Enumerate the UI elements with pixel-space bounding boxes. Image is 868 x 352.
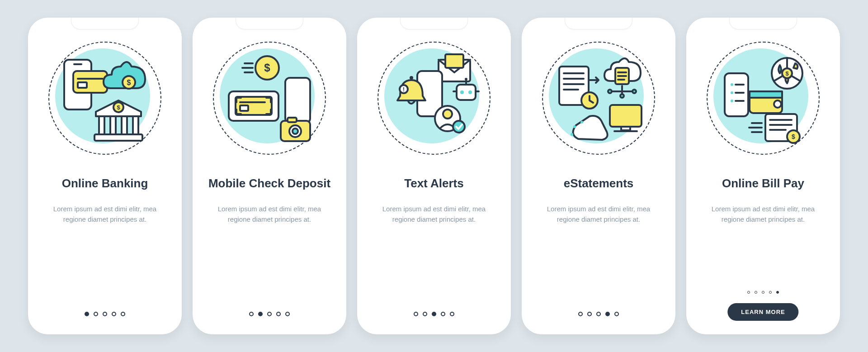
- dot-2[interactable]: [755, 291, 757, 294]
- screen-title: Online Bill Pay: [722, 170, 804, 198]
- svg-point-62: [580, 121, 583, 124]
- screen-body: Lorem ipsum ad est dimi elitr, mea regio…: [375, 204, 493, 224]
- dot-2[interactable]: [423, 312, 427, 316]
- svg-text:$: $: [117, 104, 120, 111]
- bill-pay-icon: $ $: [711, 46, 815, 150]
- svg-rect-19: [285, 78, 310, 123]
- svg-point-73: [731, 91, 733, 94]
- mobile-deposit-icon: $: [217, 46, 321, 150]
- dot-4[interactable]: [276, 312, 281, 316]
- svg-text:$: $: [127, 79, 131, 86]
- svg-point-74: [731, 100, 733, 102]
- svg-point-57: [632, 90, 636, 93]
- svg-text:$: $: [785, 70, 789, 77]
- pagination-dots: [686, 291, 840, 294]
- svg-point-36: [468, 90, 472, 94]
- phone-notch: [729, 18, 797, 29]
- dot-3[interactable]: [267, 312, 272, 316]
- dot-1[interactable]: [747, 291, 750, 294]
- svg-point-27: [292, 128, 298, 134]
- svg-rect-25: [288, 118, 297, 122]
- svg-text:$: $: [264, 62, 270, 74]
- onboarding-screen-2: $ Mobile Check Deposit Lorem ipsum ad: [193, 18, 346, 334]
- dot-5[interactable]: [450, 312, 454, 316]
- dot-1[interactable]: [85, 312, 89, 316]
- dot-4[interactable]: [605, 312, 610, 316]
- svg-rect-4: [78, 82, 87, 88]
- illustration-wrap: $ $: [42, 35, 168, 162]
- svg-point-72: [731, 83, 733, 86]
- svg-point-64: [571, 133, 573, 136]
- learn-more-button[interactable]: LEARN MORE: [727, 303, 798, 321]
- svg-point-35: [460, 90, 464, 94]
- screen-body: Lorem ipsum ad est dimi elitr, mea regio…: [46, 204, 164, 224]
- text-alerts-icon: !: [382, 46, 486, 150]
- illustration-wrap: !: [371, 35, 497, 162]
- svg-point-80: [774, 100, 781, 108]
- svg-point-58: [620, 94, 624, 98]
- phone-notch: [400, 18, 468, 29]
- onboarding-screen-3: ! Text Alerts Lorem ipsum ad est dimi el…: [357, 18, 511, 334]
- svg-point-56: [608, 90, 612, 93]
- svg-rect-9: [122, 116, 127, 134]
- screen-title: Mobile Check Deposit: [208, 170, 330, 198]
- dot-2[interactable]: [258, 312, 263, 316]
- phone-notch: [236, 18, 303, 29]
- svg-text:!: !: [403, 86, 405, 93]
- illustration-wrap: $: [206, 35, 333, 162]
- svg-rect-10: [133, 116, 138, 134]
- dot-2[interactable]: [587, 312, 592, 316]
- svg-point-31: [410, 76, 413, 80]
- online-banking-icon: $ $: [53, 46, 157, 150]
- screen-title: eStatements: [564, 170, 634, 198]
- svg-rect-71: [725, 73, 748, 116]
- svg-rect-60: [621, 127, 630, 130]
- onboarding-screen-5: $ $ Online Bill Pay Lorem ipsum ad est: [686, 18, 840, 334]
- onboarding-screen-1: $ $ Online Banking Lorem ipsum ad est di…: [28, 18, 182, 334]
- dot-5[interactable]: [121, 312, 125, 316]
- svg-rect-34: [457, 85, 476, 100]
- svg-rect-79: [750, 91, 782, 98]
- svg-rect-11: [94, 134, 142, 141]
- estatements-icon: [547, 46, 651, 150]
- dot-1[interactable]: [249, 312, 254, 316]
- screen-title: Text Alerts: [404, 170, 464, 198]
- pagination-dots: [193, 312, 346, 316]
- screen-body: Lorem ipsum ad est dimi elitr, mea regio…: [540, 204, 657, 224]
- screen-body: Lorem ipsum ad est dimi elitr, mea regio…: [211, 204, 328, 224]
- dot-5[interactable]: [776, 291, 779, 294]
- dot-3[interactable]: [762, 291, 764, 294]
- illustration-wrap: $ $: [700, 35, 826, 162]
- svg-rect-8: [110, 116, 116, 134]
- phone-notch: [565, 18, 632, 29]
- svg-point-43: [453, 121, 465, 133]
- phone-notch: [71, 18, 139, 29]
- pagination-dots: [357, 312, 511, 316]
- dot-5[interactable]: [285, 312, 290, 316]
- onboarding-screen-4: eStatements Lorem ipsum ad est dimi elit…: [522, 18, 675, 334]
- dot-3[interactable]: [432, 312, 436, 316]
- dot-4[interactable]: [441, 312, 445, 316]
- svg-rect-7: [99, 116, 104, 134]
- screen-body: Lorem ipsum ad est dimi elitr, mea regio…: [704, 204, 822, 224]
- svg-rect-23: [240, 105, 248, 111]
- dot-3[interactable]: [596, 312, 601, 316]
- svg-point-38: [465, 78, 467, 81]
- svg-point-63: [573, 125, 576, 128]
- dot-1[interactable]: [414, 312, 418, 316]
- svg-rect-59: [610, 105, 642, 127]
- dot-5[interactable]: [614, 312, 619, 316]
- pagination-dots: [28, 312, 182, 316]
- dot-1[interactable]: [578, 312, 583, 316]
- dot-4[interactable]: [112, 312, 116, 316]
- illustration-wrap: [535, 35, 662, 162]
- dot-4[interactable]: [769, 291, 772, 294]
- svg-text:$: $: [792, 133, 795, 140]
- dot-3[interactable]: [103, 312, 107, 316]
- svg-rect-29: [445, 54, 463, 68]
- pagination-dots: [522, 312, 675, 316]
- screen-title: Online Banking: [62, 170, 148, 198]
- svg-point-42: [443, 109, 452, 119]
- dot-2[interactable]: [94, 312, 98, 316]
